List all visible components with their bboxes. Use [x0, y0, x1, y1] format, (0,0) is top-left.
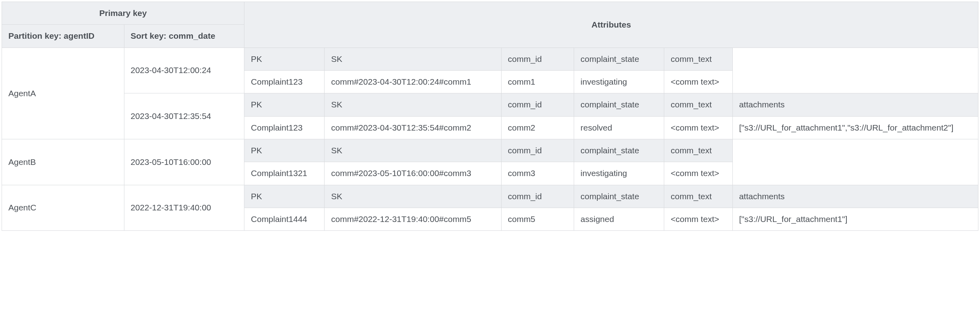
- cell-attachments: ["s3://URL_for_attachment1"]: [732, 208, 978, 231]
- sublabel-pk: PK: [244, 48, 325, 70]
- table-row: AgentA 2023-04-30T12:00:24 PK SK comm_id…: [2, 48, 978, 70]
- cell-agent: AgentC: [2, 185, 124, 231]
- header-row-1: Primary key Attributes: [2, 2, 978, 25]
- cell-comm-id: comm2: [501, 116, 574, 139]
- cell-sk: comm#2022-12-31T19:40:00#comm5: [325, 208, 501, 231]
- cell-comm-text: <comm text>: [664, 162, 732, 185]
- sublabel-comm-id: comm_id: [501, 93, 574, 116]
- sublabel-pk: PK: [244, 185, 325, 208]
- sublabel-pk: PK: [244, 139, 325, 162]
- cell-agent: AgentB: [2, 139, 124, 185]
- header-partition-key: Partition key: agentID: [2, 25, 124, 48]
- cell-comm-text: <comm text>: [664, 116, 732, 139]
- header-sort-key: Sort key: comm_date: [124, 25, 244, 48]
- table-row: 2023-04-30T12:35:54 PK SK comm_id compla…: [2, 93, 978, 116]
- cell-complaint-state: investigating: [574, 162, 664, 185]
- cell-sk: comm#2023-04-30T12:35:54#comm2: [325, 116, 501, 139]
- cell-comm-id: comm5: [501, 208, 574, 231]
- cell-pk: Complaint1444: [244, 208, 325, 231]
- cell-pk: Complaint123: [244, 71, 325, 93]
- sublabel-comm-text: comm_text: [664, 139, 732, 162]
- cell-sk: comm#2023-04-30T12:00:24#comm1: [325, 71, 501, 93]
- cell-attachments: ["s3://URL_for_attachment1","s3://URL_fo…: [732, 116, 978, 139]
- cell-agent: AgentA: [2, 48, 124, 139]
- cell-comm-text: <comm text>: [664, 71, 732, 93]
- sublabel-comm-id: comm_id: [501, 48, 574, 70]
- sublabel-complaint-state: complaint_state: [574, 185, 664, 208]
- cell-complaint-state: assigned: [574, 208, 664, 231]
- blank-cell: [732, 48, 978, 93]
- blank-cell: [732, 139, 978, 185]
- dynamodb-table: Primary key Attributes Partition key: ag…: [2, 2, 978, 231]
- header-primary-key: Primary key: [2, 2, 244, 25]
- sublabel-complaint-state: complaint_state: [574, 139, 664, 162]
- sublabel-sk: SK: [325, 185, 501, 208]
- sublabel-comm-text: comm_text: [664, 48, 732, 70]
- table-row: AgentC 2022-12-31T19:40:00 PK SK comm_id…: [2, 185, 978, 208]
- table-row: AgentB 2023-05-10T16:00:00 PK SK comm_id…: [2, 139, 978, 162]
- cell-pk: Complaint1321: [244, 162, 325, 185]
- header-attributes: Attributes: [244, 2, 978, 48]
- sublabel-comm-id: comm_id: [501, 139, 574, 162]
- cell-complaint-state: resolved: [574, 116, 664, 139]
- sublabel-attachments: attachments: [732, 185, 978, 208]
- cell-comm-text: <comm text>: [664, 208, 732, 231]
- sublabel-pk: PK: [244, 93, 325, 116]
- sublabel-complaint-state: complaint_state: [574, 48, 664, 70]
- cell-comm-id: comm3: [501, 162, 574, 185]
- sublabel-comm-id: comm_id: [501, 185, 574, 208]
- sublabel-attachments: attachments: [732, 93, 978, 116]
- sublabel-sk: SK: [325, 48, 501, 70]
- cell-comm-date: 2022-12-31T19:40:00: [124, 185, 244, 231]
- sublabel-complaint-state: complaint_state: [574, 93, 664, 116]
- sublabel-comm-text: comm_text: [664, 185, 732, 208]
- cell-comm-date: 2023-05-10T16:00:00: [124, 139, 244, 185]
- cell-complaint-state: investigating: [574, 71, 664, 93]
- cell-pk: Complaint123: [244, 116, 325, 139]
- cell-sk: comm#2023-05-10T16:00:00#comm3: [325, 162, 501, 185]
- sublabel-comm-text: comm_text: [664, 93, 732, 116]
- sublabel-sk: SK: [325, 139, 501, 162]
- cell-comm-id: comm1: [501, 71, 574, 93]
- cell-comm-date: 2023-04-30T12:35:54: [124, 93, 244, 139]
- sublabel-sk: SK: [325, 93, 501, 116]
- cell-comm-date: 2023-04-30T12:00:24: [124, 48, 244, 93]
